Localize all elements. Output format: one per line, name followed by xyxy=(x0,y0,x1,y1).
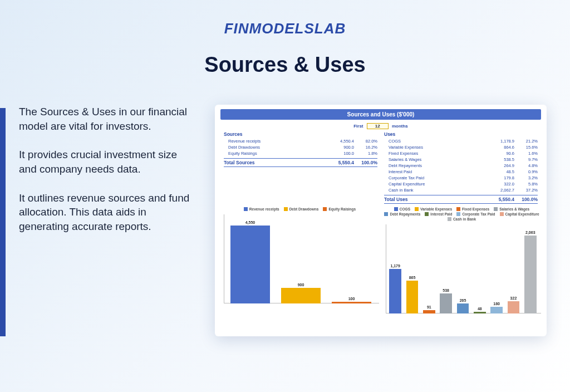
total-sources-pct: 100.0% xyxy=(354,160,377,165)
row-value: 264.9 xyxy=(453,163,514,168)
bar-value-label: 180 xyxy=(493,302,500,306)
total-sources-row: Total Sources 5,550.4 100.0% xyxy=(224,158,377,167)
page-title: Sources & Uses xyxy=(0,53,570,77)
row-pct: 16.2% xyxy=(354,145,377,150)
legend-item: Variable Expenses xyxy=(415,207,452,211)
table-row: Equity Raisings100.01.8% xyxy=(224,150,377,156)
row-pct: 1.6% xyxy=(514,151,538,156)
legend-item: Fixed Expenses xyxy=(456,207,489,211)
row-label: Corporate Tax Paid xyxy=(384,175,453,180)
table-row: Interest Paid48.50.9% xyxy=(384,169,538,175)
legend-swatch xyxy=(456,207,460,211)
bar: 538 xyxy=(439,288,453,314)
legend-swatch xyxy=(394,207,398,211)
table-row: Revenue receipts4,550.482.0% xyxy=(224,138,377,144)
legend-swatch xyxy=(415,207,419,211)
legend-label: Variable Expenses xyxy=(420,207,452,211)
row-label: Cash in Bank xyxy=(384,188,453,193)
bar-rect xyxy=(508,301,520,313)
bar-rect xyxy=(524,236,537,313)
legend-item: Capital Expenditure xyxy=(500,212,539,216)
row-pct: 3.2% xyxy=(514,175,538,180)
report-card: Sources and Uses ($'000) First 12 months… xyxy=(215,105,547,336)
bar-value-label: 2,063 xyxy=(525,231,535,234)
legend-item: Salaries & Wages xyxy=(494,207,529,211)
legend-label: Interest Paid xyxy=(430,212,452,216)
bar-value-label: 91 xyxy=(427,305,431,309)
legend-label: Salaries & Wages xyxy=(499,207,529,211)
legend-label: Debt Repayments xyxy=(390,212,420,216)
bullet-list: The Sources & Uses in our financial mode… xyxy=(6,105,202,336)
bar-value-label: 1,179 xyxy=(390,264,400,268)
row-value: 4,550.4 xyxy=(292,139,354,144)
chart-bars: 4,550900100 xyxy=(220,214,379,303)
bar-value-label: 900 xyxy=(298,283,304,287)
legend-label: Revenue receipts xyxy=(249,207,279,211)
table-row: Debt Drawdowns900.016.2% xyxy=(224,144,377,150)
bar-value-label: 865 xyxy=(409,276,416,280)
bar-value-label: 538 xyxy=(443,288,449,292)
legend-label: COGS xyxy=(400,207,410,211)
legend-item: Debt Drawdowns xyxy=(284,207,319,211)
sources-chart: Revenue receiptsDebt DrawdownsEquity Rai… xyxy=(220,207,379,313)
legend-swatch xyxy=(448,217,451,221)
row-label: COGS xyxy=(384,139,453,144)
period-suffix: months xyxy=(392,124,408,129)
bar-rect xyxy=(332,302,371,303)
legend-item: Debt Repayments xyxy=(384,212,420,216)
bar: 180 xyxy=(489,302,504,313)
row-value: 538.5 xyxy=(453,157,514,162)
table-row: Variable Expenses864.615.6% xyxy=(384,144,538,150)
chart-legend: COGSVariable ExpensesFixed ExpensesSalar… xyxy=(382,207,541,221)
row-label: Interest Paid xyxy=(384,169,453,174)
total-uses-label: Total Uses xyxy=(384,197,453,202)
row-value: 1,178.9 xyxy=(453,139,514,144)
table-row: Cash in Bank2,062.737.2% xyxy=(384,187,538,193)
row-pct: 82.0% xyxy=(354,139,377,144)
bar-rect xyxy=(389,269,401,313)
table-row: Salaries & Wages538.59.7% xyxy=(384,156,538,163)
bar-rect xyxy=(406,281,419,313)
legend-label: Cash in Bank xyxy=(453,217,476,221)
bar: 4,550 xyxy=(226,220,274,303)
table-row: Corporate Tax Paid179.83.2% xyxy=(384,175,538,181)
period-input[interactable]: 12 xyxy=(367,123,389,129)
row-pct: 21.2% xyxy=(514,139,538,144)
row-label: Debt Drawdowns xyxy=(224,145,292,150)
row-label: Debt Repayments xyxy=(384,163,453,168)
bar: 900 xyxy=(277,283,325,303)
row-pct: 5.8% xyxy=(514,182,538,187)
legend-label: Corporate Tax Paid xyxy=(462,212,495,216)
legend-swatch xyxy=(456,212,460,216)
total-sources-value: 5,550.4 xyxy=(292,160,354,165)
bar: 91 xyxy=(422,305,436,313)
legend-swatch xyxy=(284,207,288,211)
bar: 2,063 xyxy=(523,231,538,313)
row-value: 179.8 xyxy=(453,175,514,180)
legend-label: Equity Raisings xyxy=(328,207,356,211)
accent-bar xyxy=(0,108,6,336)
row-value: 100.0 xyxy=(292,151,354,156)
table-row: COGS1,178.921.2% xyxy=(384,138,538,144)
row-pct: 0.9% xyxy=(514,169,538,174)
uses-heading: Uses xyxy=(384,131,538,137)
row-label: Revenue receipts xyxy=(224,139,292,144)
bar: 48 xyxy=(473,307,487,313)
row-pct: 9.7% xyxy=(514,157,538,162)
bar: 100 xyxy=(327,297,376,303)
bar-rect xyxy=(281,288,321,303)
bar-rect xyxy=(230,226,270,303)
bar: 265 xyxy=(455,298,470,313)
chart-bars: 1,17986591538265481803222,063 xyxy=(382,224,541,313)
legend-swatch xyxy=(500,212,504,216)
row-value: 48.5 xyxy=(453,169,514,174)
card-header: Sources and Uses ($'000) xyxy=(220,109,541,120)
legend-swatch xyxy=(323,207,327,211)
bar-value-label: 265 xyxy=(460,298,466,302)
total-sources-label: Total Sources xyxy=(224,160,292,165)
legend-label: Capital Expenditure xyxy=(505,212,539,216)
legend-item: Equity Raisings xyxy=(323,207,356,211)
bullet-item: It outlines revenue sources and fund all… xyxy=(19,191,197,234)
row-value: 2,062.7 xyxy=(453,188,514,193)
bar-rect xyxy=(423,310,435,313)
